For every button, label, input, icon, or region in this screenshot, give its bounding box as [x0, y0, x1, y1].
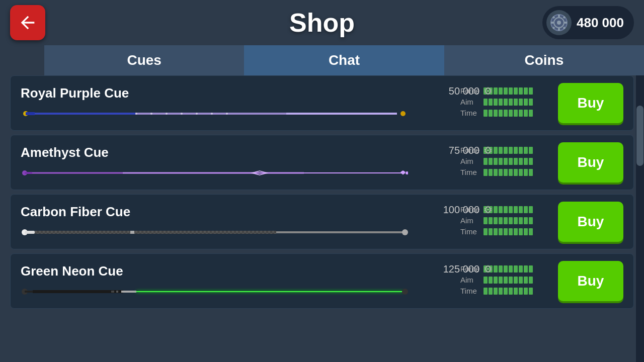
back-button[interactable]: [10, 5, 45, 40]
time-label: Time: [460, 287, 480, 295]
aim-bars: [484, 99, 533, 106]
back-icon: [18, 13, 38, 33]
svg-point-40: [402, 229, 408, 235]
svg-point-2: [557, 21, 561, 25]
tab-chat[interactable]: Chat: [244, 45, 444, 75]
svg-rect-13: [35, 113, 135, 115]
list-item: Green Neon Cue 125 000 ⚙: [10, 253, 634, 309]
svg-rect-5: [551, 22, 553, 24]
svg-rect-29: [304, 172, 405, 173]
header: Shop 480 000: [0, 0, 644, 45]
time-label: Time: [460, 168, 480, 176]
list-item: Carbon Fiber Cue 100 000 ⚙: [10, 194, 634, 249]
aim-label: Aim: [460, 98, 480, 106]
settings-icon: ⚙: [484, 204, 493, 216]
list-item: Royal Purple Cue 50 000 ⚙: [10, 75, 634, 131]
settings-icon: ⚙: [484, 263, 493, 275]
svg-point-20: [181, 113, 183, 115]
buy-button[interactable]: Buy: [558, 83, 623, 123]
cue-info: Royal Purple Cue 50 000 ⚙: [21, 85, 460, 121]
aim-stat: Aim: [460, 276, 551, 284]
cue-price-area: 50 000 ⚙: [449, 85, 493, 97]
buy-button[interactable]: Buy: [558, 142, 623, 183]
svg-rect-45: [121, 291, 136, 293]
svg-point-17: [135, 113, 137, 115]
cue-name: Amethyst Cue: [21, 145, 109, 160]
scrollbar-track[interactable]: [636, 75, 644, 362]
scrollbar-thumb[interactable]: [636, 106, 643, 166]
aim-label: Aim: [460, 157, 480, 165]
svg-rect-25: [25, 172, 32, 174]
coins-amount: 480 000: [577, 15, 624, 31]
cue-image: [21, 167, 408, 178]
aim-bars: [484, 158, 533, 165]
cue-info: Green Neon Cue 125 000 ⚙: [21, 263, 460, 299]
svg-rect-49: [116, 291, 118, 293]
cue-price-area: 75 000 ⚙: [449, 144, 493, 156]
coin-icon: [546, 10, 572, 35]
svg-rect-43: [25, 291, 33, 293]
tab-cues[interactable]: Cues: [44, 45, 244, 75]
svg-point-18: [150, 113, 152, 115]
svg-rect-38: [35, 231, 276, 234]
cue-price: 100 000: [443, 204, 479, 216]
svg-point-47: [402, 289, 408, 295]
time-label: Time: [460, 227, 480, 236]
aim-stat: Aim: [460, 216, 551, 225]
svg-rect-39: [276, 231, 404, 233]
svg-point-21: [196, 113, 198, 115]
time-bars: [484, 110, 533, 117]
cue-image: [21, 286, 408, 297]
svg-rect-46: [136, 291, 403, 292]
buy-button[interactable]: Buy: [558, 261, 623, 301]
svg-rect-12: [26, 112, 35, 115]
tabs-bar: Cues Chat Coins: [0, 45, 644, 75]
svg-rect-27: [123, 172, 304, 173]
cue-info: Carbon Fiber Cue 100 000 ⚙: [21, 204, 460, 240]
settings-icon: ⚙: [484, 144, 493, 156]
cue-name: Royal Purple Cue: [21, 85, 129, 101]
aim-stat: Aim: [460, 98, 551, 106]
aim-label: Aim: [460, 216, 480, 225]
aim-bars: [484, 217, 533, 224]
svg-rect-44: [33, 290, 123, 293]
cue-name: Green Neon Cue: [21, 263, 123, 279]
svg-rect-6: [565, 22, 567, 24]
time-bars: [484, 228, 533, 235]
svg-point-22: [211, 113, 213, 115]
aim-stat: Aim: [460, 157, 551, 165]
svg-point-23: [226, 113, 228, 115]
buy-button[interactable]: Buy: [558, 202, 623, 242]
cue-price-area: 100 000 ⚙: [443, 204, 493, 216]
svg-rect-41: [130, 231, 134, 234]
settings-icon: ⚙: [484, 85, 493, 97]
svg-point-16: [400, 111, 406, 116]
tab-coins[interactable]: Coins: [444, 45, 644, 75]
cue-info: Amethyst Cue 75 000 ⚙: [21, 145, 460, 180]
svg-rect-4: [558, 28, 560, 31]
cue-price-area: 125 000 ⚙: [443, 263, 493, 275]
svg-rect-26: [32, 172, 123, 173]
time-stat: Time: [460, 227, 551, 236]
page-title: Shop: [289, 8, 355, 38]
cue-list: Royal Purple Cue 50 000 ⚙: [10, 75, 634, 362]
time-bars: [484, 169, 533, 176]
aim-label: Aim: [460, 276, 480, 284]
svg-rect-3: [558, 15, 560, 17]
gear-coin-icon: [550, 14, 568, 32]
svg-rect-48: [111, 291, 114, 293]
time-bars: [484, 288, 533, 295]
svg-marker-30: [400, 170, 406, 174]
cue-image: [21, 227, 408, 238]
time-stat: Time: [460, 109, 551, 117]
cue-price: 50 000: [449, 85, 479, 97]
svg-rect-15: [286, 113, 397, 115]
time-stat: Time: [460, 287, 551, 295]
svg-point-31: [406, 171, 408, 174]
cue-price: 125 000: [443, 263, 479, 275]
time-label: Time: [460, 109, 480, 117]
cue-name: Carbon Fiber Cue: [21, 204, 130, 220]
cue-price: 75 000: [449, 145, 479, 156]
list-item: Amethyst Cue 75 000 ⚙: [10, 135, 634, 190]
cue-image: [21, 108, 408, 119]
